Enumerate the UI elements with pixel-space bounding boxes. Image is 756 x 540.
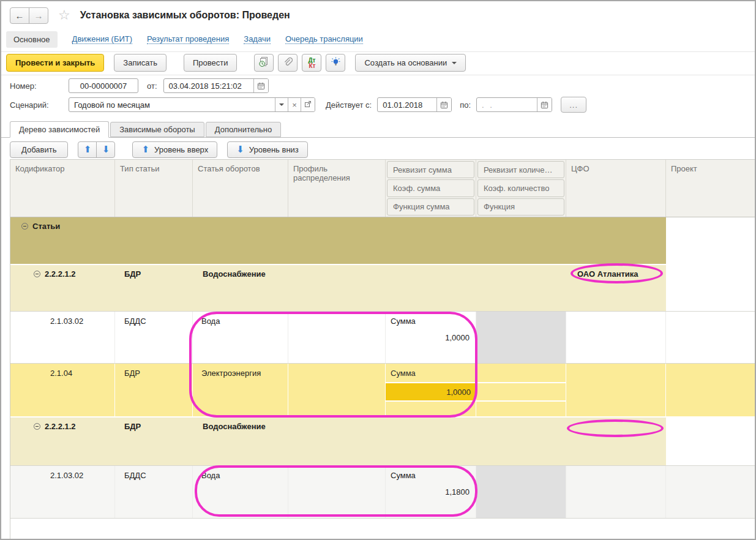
codifier-value: 2.1.03.02	[10, 466, 114, 480]
favorite-star-icon[interactable]: ☆	[58, 9, 70, 22]
hint-button[interactable]	[326, 54, 345, 72]
from-label: от:	[147, 81, 157, 91]
separator	[1, 51, 755, 52]
tree-group-cell[interactable]: 2.2.2.1.2БДРВодоснабжение	[10, 418, 666, 465]
distribution-profile-cell[interactable]	[288, 466, 386, 518]
nav-links: Основное Движения (БИТ) Результат провед…	[6, 31, 363, 48]
article-type: БДР	[115, 364, 192, 378]
sum-attr-cell[interactable]: Сумма1,0000	[386, 364, 476, 416]
valid-to-value[interactable]: . .	[477, 98, 537, 111]
codifier-cell[interactable]: 2.1.03.02	[10, 312, 115, 363]
level-down-button[interactable]: ⬇ Уровень вниз	[227, 141, 308, 158]
codifier-cell[interactable]: 2.1.03.02	[10, 466, 115, 518]
create-based-on-button[interactable]: Создать на основании	[355, 54, 466, 72]
distribution-profile-cell[interactable]	[288, 312, 386, 363]
level-up-button[interactable]: ⬆ Уровень вверх	[132, 141, 217, 158]
tab-dependent-turnovers[interactable]: Зависимые обороты	[110, 122, 204, 137]
link-translation-queue[interactable]: Очередь трансляции	[285, 34, 363, 44]
move-up-button[interactable]: ⬆	[78, 141, 97, 158]
write-button[interactable]: Записать	[114, 54, 167, 72]
article-name: Электроэнергия	[193, 364, 288, 378]
qty-subcells[interactable]	[476, 364, 566, 416]
tab-additional[interactable]: Дополнительно	[206, 122, 282, 137]
project-cell[interactable]	[666, 364, 756, 416]
back-button[interactable]: ←	[10, 7, 29, 24]
dependency-tree-table: КодификаторТип статьиСтатья оборотовПроф…	[10, 159, 756, 540]
attachments-button[interactable]	[278, 54, 298, 72]
valid-to-field[interactable]: . .	[476, 97, 552, 112]
article-type-cell[interactable]: БДДС	[115, 312, 193, 363]
forward-button[interactable]: →	[29, 7, 48, 24]
tree-group-cell[interactable]: 2.2.2.1.2БДРВодоснабжениеОАО Атлантика	[10, 265, 666, 311]
link-movements-bit[interactable]: Движения (БИТ)	[72, 34, 132, 44]
codifier-cell[interactable]: 2.1.04	[10, 364, 115, 416]
tab-main[interactable]: Основное	[6, 31, 58, 48]
link-tasks[interactable]: Задачи	[244, 34, 271, 44]
article-cell[interactable]: Вода	[193, 466, 288, 518]
sum-attr-cell[interactable]: Сумма1,0000	[386, 312, 476, 363]
post-button[interactable]: Провести	[184, 54, 238, 72]
table-header: КодификаторТип статьиСтатья оборотовПроф…	[10, 160, 756, 217]
project-cell[interactable]	[666, 217, 756, 264]
project-cell[interactable]	[666, 312, 756, 363]
distribution-profile-cell[interactable]	[288, 364, 386, 416]
valid-from-value[interactable]: 01.01.2018	[378, 98, 436, 111]
dt-kt-button[interactable]: ДтКт	[302, 54, 321, 72]
column-header: Проект	[666, 160, 756, 217]
selected-cell[interactable]: 1,0000	[386, 383, 476, 400]
combo-dropdown-button[interactable]	[275, 98, 288, 111]
scenario-value[interactable]: Годовой по месяцам	[69, 98, 275, 111]
article-cell[interactable]: Электроэнергия	[193, 364, 288, 416]
calendar-icon[interactable]	[436, 98, 451, 111]
paperclip-icon	[283, 57, 293, 69]
cfo-cell[interactable]	[566, 364, 666, 416]
cfo-cell[interactable]	[566, 466, 666, 518]
sum-subcells[interactable]: Сумма1,0000	[386, 364, 476, 416]
column-header: ЦФО	[566, 160, 666, 217]
empty-area[interactable]	[10, 519, 756, 540]
show-movements-button[interactable]	[254, 54, 274, 72]
move-down-button[interactable]: ⬇	[96, 141, 115, 158]
lightbulb-icon	[331, 57, 340, 69]
add-button[interactable]: Добавить	[10, 141, 68, 158]
tree-collapse-icon[interactable]	[21, 223, 28, 230]
scenario-field[interactable]: Годовой по месяцам ×	[69, 97, 315, 112]
tree-collapse-icon[interactable]	[34, 271, 40, 277]
group-code: 2.2.2.1.2	[45, 422, 76, 431]
qty-attr-cell[interactable]	[476, 466, 566, 518]
date-field[interactable]: 03.04.2018 15:21:02	[163, 78, 269, 93]
clear-button[interactable]: ×	[288, 98, 301, 111]
qty-attr-cell[interactable]	[476, 312, 566, 363]
article-type-cell[interactable]: БДР	[115, 364, 193, 416]
post-and-close-button[interactable]: Провести и закрыть	[6, 54, 104, 72]
qty-attr-cell[interactable]	[476, 364, 566, 416]
article-name: Водоснабжение	[203, 422, 266, 431]
number-label: Номер:	[10, 81, 69, 91]
sum-attr-cell[interactable]: Сумма1,1800	[386, 466, 476, 518]
article-name: Водоснабжение	[203, 269, 266, 279]
valid-from-field[interactable]: 01.01.2018	[377, 97, 452, 112]
column-header: Коэф. количество	[477, 179, 564, 197]
table-row: 2.1.04БДРЭлектроэнергияСумма1,0000	[10, 363, 756, 416]
article-type-cell[interactable]: БДДС	[115, 466, 193, 518]
cfo-cell[interactable]	[566, 312, 666, 363]
scenario-row: Сценарий: Годовой по месяцам × Действует…	[10, 97, 586, 113]
tab-dependency-tree[interactable]: Дерево зависимостей	[10, 121, 109, 138]
column-header: Профиль распределения	[288, 160, 386, 217]
more-button[interactable]: ...	[561, 97, 586, 113]
forward-arrow-icon: →	[34, 10, 43, 21]
date-value[interactable]: 03.04.2018 15:21:02	[164, 79, 253, 92]
project-cell[interactable]	[666, 265, 756, 311]
calendar-icon[interactable]	[253, 79, 268, 92]
calendar-icon[interactable]	[537, 98, 552, 111]
link-posting-result[interactable]: Результат проведения	[147, 34, 229, 44]
article-cell[interactable]: Вода	[193, 312, 288, 363]
table-row: 2.2.2.1.2БДРВодоснабжениеОАО Атлантика	[10, 264, 756, 311]
number-value[interactable]: 00-00000007	[69, 79, 138, 92]
project-cell[interactable]	[666, 466, 756, 518]
tree-group-cell[interactable]: Статьи	[10, 217, 666, 264]
open-button[interactable]	[301, 98, 315, 111]
tree-collapse-icon[interactable]	[34, 423, 40, 430]
number-field[interactable]: 00-00000007	[69, 78, 138, 93]
project-cell[interactable]	[666, 418, 756, 465]
